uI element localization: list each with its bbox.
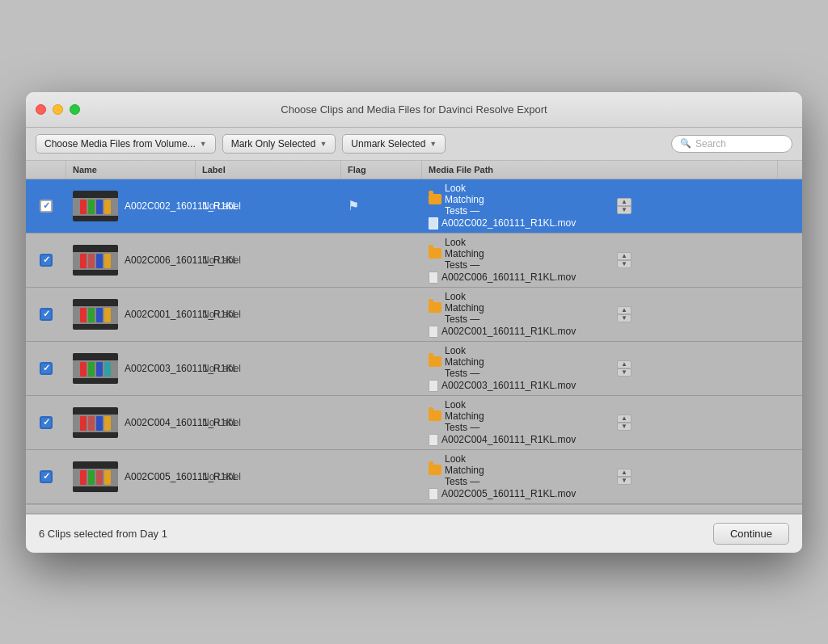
- search-placeholder: Search: [695, 138, 726, 149]
- cell-flag: [341, 419, 422, 426]
- main-window: Choose Clips and Media Files for Davinci…: [26, 92, 802, 553]
- clip-thumbnail: [73, 353, 118, 384]
- cell-name: A002C005_160111_R1KL: [66, 458, 196, 495]
- path-file: A002C003_160111_R1KL.mov: [429, 380, 576, 392]
- minimize-button[interactable]: [53, 104, 63, 115]
- file-name: A002C004_160111_R1KL.mov: [441, 434, 576, 445]
- file-name: A002C006_160111_R1KL.mov: [441, 271, 576, 283]
- cell-flag: [341, 257, 422, 263]
- table-header: Name Label Flag Media File Path: [26, 161, 802, 179]
- checkbox[interactable]: [40, 470, 53, 483]
- cell-label: No Label: [196, 251, 341, 269]
- mark-selected-button[interactable]: Mark Only Selected ▼: [222, 134, 336, 154]
- mark-selected-label: Mark Only Selected: [231, 138, 316, 149]
- cell-stepper: ▲ ▼: [471, 411, 778, 434]
- cell-label: No Label: [196, 360, 341, 377]
- cell-label: No Label: [196, 197, 341, 215]
- status-text: 6 Clips selected from Day 1: [39, 528, 167, 540]
- folder-icon: [429, 410, 441, 421]
- folder-icon: [429, 356, 441, 367]
- cell-path: Look Matching Tests —A002C004_160111_R1K…: [422, 396, 471, 449]
- stepper-up[interactable]: ▲: [617, 198, 632, 206]
- cell-path: Look Matching Tests —A002C005_160111_R1K…: [422, 450, 471, 503]
- stepper-down[interactable]: ▼: [617, 423, 632, 431]
- folder-icon: [429, 465, 441, 475]
- titlebar: Choose Clips and Media Files for Davinci…: [26, 92, 802, 128]
- traffic-lights: [36, 104, 80, 115]
- checkbox[interactable]: [40, 362, 53, 375]
- scrollbar[interactable]: [26, 504, 802, 514]
- table-row[interactable]: A002C006_160111_R1KLNo LabelLook Matchin…: [26, 234, 802, 288]
- col-header-name: Name: [66, 161, 196, 179]
- table-row[interactable]: A002C003_160111_R1KLNo LabelLook Matchin…: [26, 342, 802, 396]
- stepper-down[interactable]: ▼: [617, 477, 632, 485]
- cell-checkbox: [26, 196, 66, 216]
- col-header-path: Media File Path: [422, 161, 778, 179]
- toolbar: Choose Media Files from Volume... ▼ Mark…: [26, 128, 802, 161]
- cell-name: A002C003_160111_R1KL: [66, 350, 196, 387]
- maximize-button[interactable]: [70, 104, 80, 115]
- clip-thumbnail: [73, 191, 118, 221]
- close-button[interactable]: [36, 104, 46, 115]
- clip-thumbnail: [73, 299, 118, 330]
- file-icon: [429, 380, 438, 392]
- cell-name: A002C006_160111_R1KL: [66, 242, 196, 279]
- stepper-up[interactable]: ▲: [617, 469, 632, 477]
- cell-flag: ⚑: [341, 195, 422, 217]
- checkbox[interactable]: [40, 308, 53, 321]
- col-header-label: Label: [196, 161, 341, 179]
- window-title: Choose Clips and Media Files for Davinci…: [281, 103, 547, 116]
- col-header-flag: Flag: [341, 161, 422, 179]
- stepper-up[interactable]: ▲: [617, 415, 632, 423]
- cell-checkbox: [26, 305, 66, 324]
- cell-label: No Label: [196, 468, 341, 486]
- table-row[interactable]: A002C001_160111_R1KLNo LabelLook Matchin…: [26, 288, 802, 342]
- stepper-down[interactable]: ▼: [617, 368, 632, 377]
- table-body: A002C002_160111_R1KLNo Label⚑Look Matchi…: [26, 179, 802, 504]
- cell-label: No Label: [196, 414, 341, 431]
- folder-icon: [429, 302, 441, 313]
- stepper-up[interactable]: ▲: [617, 252, 632, 260]
- stepper-down[interactable]: ▼: [617, 314, 632, 322]
- stepper-down[interactable]: ▼: [617, 260, 632, 268]
- file-icon: [429, 326, 438, 338]
- footer: 6 Clips selected from Day 1 Continue: [26, 514, 802, 553]
- path-file: A002C004_160111_R1KL.mov: [429, 434, 576, 446]
- search-box[interactable]: 🔍 Search: [671, 135, 792, 153]
- choose-media-button[interactable]: Choose Media Files from Volume... ▼: [36, 134, 216, 154]
- cell-path: Look Matching Tests —A002C002_160111_R1K…: [422, 179, 471, 233]
- cell-checkbox: [26, 250, 66, 270]
- cell-flag: [341, 365, 422, 372]
- clip-thumbnail: [73, 245, 118, 276]
- cell-stepper: ▲ ▼: [471, 249, 778, 271]
- mark-selected-arrow: ▼: [319, 140, 327, 148]
- stepper-down[interactable]: ▼: [617, 206, 632, 214]
- col-header-stepper: [778, 161, 802, 179]
- checkbox[interactable]: [40, 416, 53, 429]
- table-row[interactable]: A002C004_160111_R1KLNo LabelLook Matchin…: [26, 396, 802, 450]
- cell-stepper: ▲ ▼: [471, 195, 778, 217]
- search-icon: 🔍: [680, 138, 691, 149]
- unmark-selected-label: Unmark Selected: [351, 138, 425, 149]
- file-name: A002C002_160111_R1KL.mov: [441, 217, 576, 229]
- col-header-check: [26, 161, 66, 179]
- cell-checkbox: [26, 413, 66, 432]
- cell-stepper: ▲ ▼: [471, 357, 778, 380]
- file-name: A002C001_160111_R1KL.mov: [441, 326, 576, 337]
- path-file: A002C006_160111_R1KL.mov: [429, 271, 576, 284]
- checkbox[interactable]: [40, 200, 53, 213]
- choose-media-label: Choose Media Files from Volume...: [44, 138, 196, 149]
- stepper-up[interactable]: ▲: [617, 306, 632, 314]
- cell-stepper: ▲ ▼: [471, 465, 778, 488]
- stepper-up[interactable]: ▲: [617, 360, 632, 368]
- cell-checkbox: [26, 359, 66, 378]
- table-row[interactable]: A002C005_160111_R1KLNo LabelLook Matchin…: [26, 450, 802, 504]
- checkbox[interactable]: [40, 254, 53, 267]
- cell-stepper: ▲ ▼: [471, 303, 778, 326]
- continue-button[interactable]: Continue: [713, 523, 789, 545]
- path-file: A002C005_160111_R1KL.mov: [429, 488, 576, 500]
- path-file: A002C002_160111_R1KL.mov: [429, 217, 576, 229]
- table-row[interactable]: A002C002_160111_R1KLNo Label⚑Look Matchi…: [26, 179, 802, 234]
- unmark-selected-button[interactable]: Unmark Selected ▼: [342, 134, 446, 154]
- cell-flag: [341, 311, 422, 318]
